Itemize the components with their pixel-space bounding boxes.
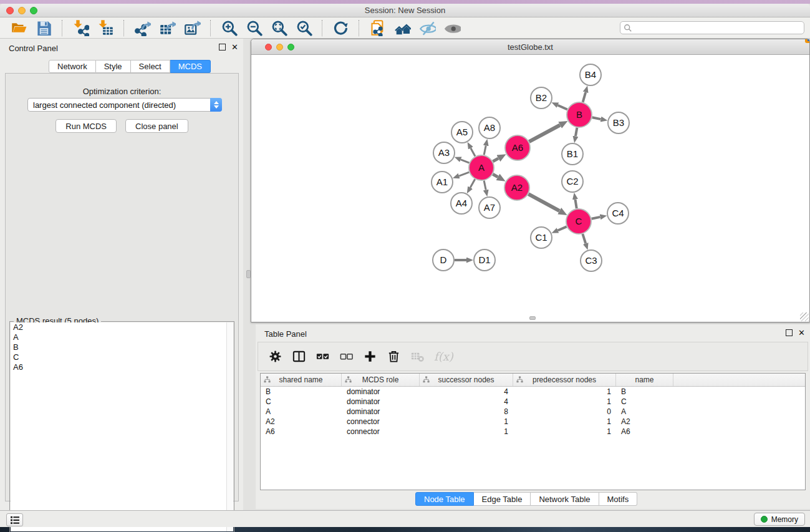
table-cell[interactable]: 4 (420, 387, 513, 397)
graph-node-A4[interactable]: A4 (451, 193, 472, 214)
task-history-button[interactable] (6, 513, 23, 526)
table-row[interactable]: Bdominator41B (261, 387, 805, 397)
graph-edge-A-A6[interactable] (493, 158, 498, 162)
result-list-item[interactable]: C (11, 352, 233, 362)
resize-grip-icon[interactable] (800, 312, 809, 321)
table-row[interactable]: Adominator80A (261, 407, 805, 417)
graph-node-A6[interactable]: A6 (505, 135, 530, 160)
refresh-view-button[interactable] (328, 19, 353, 37)
tab-style[interactable]: Style (96, 60, 131, 73)
table-cell[interactable]: C (261, 397, 342, 407)
deselect-all-rows-button[interactable] (337, 347, 356, 366)
table-cell[interactable]: 1 (420, 427, 513, 437)
graph-node-A5[interactable]: A5 (451, 122, 473, 143)
float-panel-icon[interactable] (219, 44, 226, 51)
import-table-button[interactable] (93, 19, 118, 37)
graph-edge-A6-B[interactable] (529, 125, 561, 142)
table-cell[interactable]: 1 (513, 417, 616, 427)
tab-network[interactable]: Network (49, 60, 96, 73)
result-list-item[interactable]: A2 (11, 322, 233, 332)
run-mcds-button[interactable]: Run MCDS (55, 119, 117, 133)
graph-edge-C-C2[interactable] (575, 200, 576, 209)
graph-edge-C-C4[interactable] (592, 217, 600, 219)
table-cell[interactable]: 1 (513, 387, 616, 397)
close-panel-button[interactable]: Close panel (125, 119, 188, 133)
table-cell[interactable]: A2 (616, 417, 673, 427)
graph-node-B3[interactable]: B3 (608, 112, 629, 133)
graph-edge-C-C1[interactable] (558, 226, 567, 230)
column-header-successor-nodes[interactable]: successor nodes (420, 374, 513, 386)
result-list-item[interactable]: A (11, 332, 233, 342)
hide-selected-button[interactable] (415, 19, 440, 37)
graph-node-B4[interactable]: B4 (580, 64, 601, 85)
table-row[interactable]: Cdominator41C (261, 397, 805, 407)
graph-edge-A-A4[interactable] (470, 179, 475, 187)
graph-node-D[interactable]: D (433, 249, 454, 271)
result-list-scrollbar[interactable] (226, 322, 233, 531)
zoom-fit-button[interactable] (266, 19, 291, 37)
show-all-button[interactable] (440, 19, 465, 37)
graph-edge-B-B3[interactable] (592, 117, 601, 119)
graph-node-D1[interactable]: D1 (474, 249, 495, 271)
table-cell[interactable]: C (616, 397, 673, 407)
table-cell[interactable]: connector (342, 427, 420, 437)
graph-node-A8[interactable]: A8 (479, 117, 500, 138)
clone-network-button[interactable] (365, 19, 390, 37)
table-cell[interactable]: 8 (420, 407, 513, 417)
graph-edge-A-A1[interactable] (459, 172, 469, 176)
table-cell[interactable]: A2 (261, 417, 342, 427)
search-input[interactable] (632, 22, 804, 33)
graph-edge-A-A5[interactable] (471, 148, 475, 156)
split-view-button[interactable] (289, 347, 309, 366)
table-cell[interactable]: B (616, 387, 673, 397)
table-cell[interactable]: A6 (616, 427, 673, 437)
graph-node-A[interactable]: A (469, 155, 494, 180)
float-table-panel-icon[interactable] (786, 329, 793, 336)
network-canvas[interactable]: B4B2BB3A8A5A6A3B1AA1C2A2A4A7C4CC1C3DD1 (251, 55, 809, 322)
tab-mcds[interactable]: MCDS (170, 60, 211, 73)
tab-network-table[interactable]: Network Table (531, 492, 599, 506)
table-cell[interactable]: dominator (342, 397, 420, 407)
graph-node-C4[interactable]: C4 (607, 203, 629, 224)
graph-node-C3[interactable]: C3 (581, 250, 602, 271)
table-cell[interactable]: dominator (342, 387, 420, 397)
add-column-button[interactable] (360, 347, 380, 366)
tab-motifs[interactable]: Motifs (599, 492, 638, 506)
export-table-button[interactable] (155, 19, 180, 37)
tab-node-table[interactable]: Node Table (415, 492, 474, 506)
graph-edge-A-A8[interactable] (484, 145, 486, 155)
graph-node-A2[interactable]: A2 (504, 175, 529, 200)
zoom-selected-button[interactable] (291, 19, 316, 37)
home-view-button[interactable] (390, 19, 415, 37)
network-hscrollbar[interactable] (529, 316, 536, 320)
graph-edge-C-C3[interactable] (582, 234, 586, 243)
graph-edge-B-B1[interactable] (576, 128, 577, 137)
table-cell[interactable]: connector (342, 417, 420, 427)
column-header-shared-name[interactable]: shared name (261, 374, 342, 386)
graph-node-B1[interactable]: B1 (562, 143, 583, 165)
table-cell[interactable]: A (261, 407, 342, 417)
graph-node-B[interactable]: B (567, 102, 592, 127)
import-network-button[interactable] (68, 19, 93, 37)
graph-node-C2[interactable]: C2 (562, 171, 583, 192)
graph-edge-A2-C[interactable] (528, 194, 559, 211)
tab-edge-table[interactable]: Edge Table (474, 492, 531, 506)
zoom-out-button[interactable] (241, 19, 266, 37)
graph-edge-B-B2[interactable] (558, 105, 567, 110)
delete-column-button[interactable] (384, 347, 403, 366)
close-panel-icon[interactable]: ✕ (231, 43, 238, 51)
open-file-button[interactable] (6, 19, 31, 37)
column-header-predecessor-nodes[interactable]: predecessor nodes (513, 374, 616, 386)
table-cell[interactable]: 1 (513, 397, 616, 407)
graph-node-C[interactable]: C (566, 209, 591, 234)
table-row[interactable]: A2connector11A2 (261, 417, 805, 427)
result-list-item[interactable]: A6 (11, 362, 233, 372)
memory-button[interactable]: Memory (754, 513, 805, 526)
search-field[interactable] (620, 21, 804, 34)
select-all-rows-button[interactable] (313, 347, 332, 366)
close-table-panel-icon[interactable]: ✕ (798, 329, 805, 337)
table-cell[interactable]: A6 (261, 427, 342, 437)
graph-node-A7[interactable]: A7 (479, 197, 500, 218)
save-session-button[interactable] (31, 19, 56, 37)
table-cell[interactable]: 4 (420, 397, 513, 407)
